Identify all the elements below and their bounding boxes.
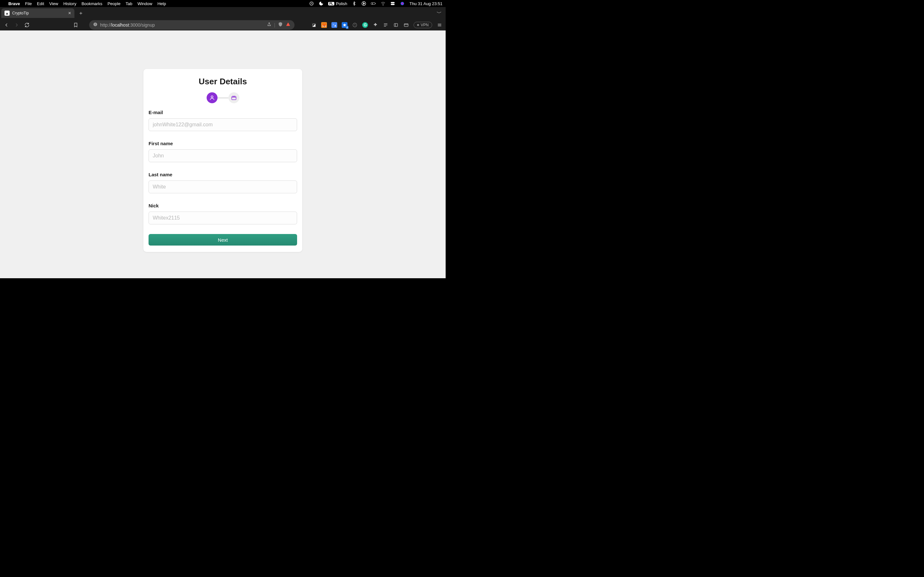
last-name-input[interactable] — [149, 181, 297, 193]
url-path: :3000/signup — [129, 23, 155, 27]
svg-point-4 — [383, 5, 383, 5]
stepper-connector — [218, 97, 228, 98]
svg-point-7 — [401, 2, 404, 5]
email-input[interactable] — [149, 118, 297, 131]
lang-label: Polish — [336, 1, 347, 6]
url-text: http://localhost:3000/signup — [100, 23, 264, 27]
close-icon[interactable]: ✕ — [68, 11, 71, 15]
svg-rect-13 — [404, 24, 408, 27]
browser-toolbar: http://localhost:3000/signup | ◪ 🦊 4 — [0, 19, 446, 31]
vpn-label: VPN — [421, 23, 429, 27]
svg-rect-3 — [375, 3, 376, 4]
playback-control-icon[interactable] — [361, 1, 367, 6]
svg-rect-9 — [95, 24, 95, 25]
svg-point-14 — [211, 96, 213, 98]
back-button[interactable] — [3, 22, 10, 28]
extension-icon[interactable]: ◪ — [311, 22, 317, 28]
wallet-icon[interactable] — [403, 22, 409, 28]
extension-badge-count: 4 — [346, 26, 349, 29]
wifi-icon[interactable] — [381, 1, 386, 6]
clock-icon[interactable] — [352, 22, 358, 28]
field-first-name: First name — [149, 141, 297, 162]
forward-button[interactable] — [13, 22, 20, 28]
hamburger-menu-icon[interactable] — [437, 22, 443, 28]
metamask-icon[interactable]: 🦊 — [321, 22, 327, 28]
share-icon[interactable] — [267, 22, 271, 27]
label-nick: Nick — [149, 203, 297, 208]
page-title: User Details — [149, 77, 297, 87]
menu-people[interactable]: People — [107, 1, 120, 6]
language-indicator[interactable]: PL Polish — [328, 1, 347, 6]
new-tab-button[interactable]: ＋ — [76, 9, 86, 18]
menu-bookmarks[interactable]: Bookmarks — [81, 1, 102, 6]
field-nick: Nick — [149, 203, 297, 224]
vpn-button[interactable]: VPN — [414, 22, 432, 28]
menu-window[interactable]: Window — [137, 1, 152, 6]
svg-rect-2 — [371, 3, 375, 5]
extensions-menu-icon[interactable] — [373, 22, 378, 28]
svg-rect-10 — [95, 23, 95, 24]
next-button[interactable]: Next — [149, 234, 297, 245]
bluetooth-icon[interactable] — [352, 1, 357, 6]
menu-tab[interactable]: Tab — [126, 1, 132, 6]
notifications-icon[interactable] — [309, 1, 314, 6]
playlist-icon[interactable] — [383, 22, 389, 28]
brave-rewards-icon[interactable] — [286, 22, 291, 28]
svg-rect-12 — [394, 23, 398, 26]
browser-chrome: ▲ CryptoTip ✕ ＋ ﹀ http://localhost:3000/… — [0, 7, 446, 31]
nick-input[interactable] — [149, 211, 297, 224]
step-wallet-icon[interactable] — [228, 92, 239, 103]
menubar-app-name[interactable]: Brave — [8, 1, 20, 6]
siri-icon[interactable] — [400, 1, 405, 6]
label-first-name: First name — [149, 141, 297, 146]
label-last-name: Last name — [149, 172, 297, 177]
field-last-name: Last name — [149, 172, 297, 193]
page-body: User Details E-mail First name Last name… — [0, 31, 446, 278]
stepper — [149, 92, 297, 103]
grammarly-icon[interactable]: G — [362, 22, 368, 28]
macos-menubar: Brave File Edit View History Bookmarks P… — [0, 0, 446, 7]
datetime[interactable]: Thu 31 Aug 23:51 — [409, 1, 443, 6]
field-email: E-mail — [149, 110, 297, 131]
menu-view[interactable]: View — [49, 1, 58, 6]
first-name-input[interactable] — [149, 149, 297, 162]
translate-icon[interactable] — [331, 22, 337, 28]
tab-title: CryptoTip — [12, 11, 65, 15]
battery-icon[interactable] — [371, 1, 376, 6]
site-info-icon[interactable] — [93, 22, 97, 27]
menu-file[interactable]: File — [25, 1, 32, 6]
address-bar[interactable]: http://localhost:3000/signup | — [89, 20, 294, 30]
tab-list-chevron-icon[interactable]: ﹀ — [437, 10, 442, 17]
step-user-icon[interactable] — [207, 92, 218, 103]
sidebar-icon[interactable] — [393, 22, 399, 28]
svg-rect-15 — [232, 97, 236, 100]
bookmark-icon[interactable] — [73, 22, 79, 28]
url-host: localhost — [111, 23, 129, 27]
browser-tab[interactable]: ▲ CryptoTip ✕ — [1, 8, 74, 18]
reload-button[interactable] — [24, 22, 30, 28]
label-email: E-mail — [149, 110, 297, 115]
tab-favicon: ▲ — [5, 11, 10, 16]
lang-code: PL — [328, 2, 334, 5]
menu-help[interactable]: Help — [158, 1, 166, 6]
brave-shields-icon[interactable] — [278, 22, 283, 28]
tab-strip: ▲ CryptoTip ✕ ＋ ﹀ — [0, 7, 446, 19]
vpn-status-dot — [417, 24, 419, 26]
url-scheme: http:// — [100, 23, 111, 27]
svg-rect-6 — [391, 4, 395, 5]
control-center-icon[interactable] — [390, 1, 395, 6]
extension-badge-icon[interactable]: 4 — [342, 22, 347, 28]
signup-card: User Details E-mail First name Last name… — [144, 69, 302, 252]
svg-rect-5 — [391, 2, 395, 3]
do-not-disturb-icon[interactable] — [318, 1, 324, 6]
menu-history[interactable]: History — [63, 1, 76, 6]
menu-edit[interactable]: Edit — [37, 1, 44, 6]
